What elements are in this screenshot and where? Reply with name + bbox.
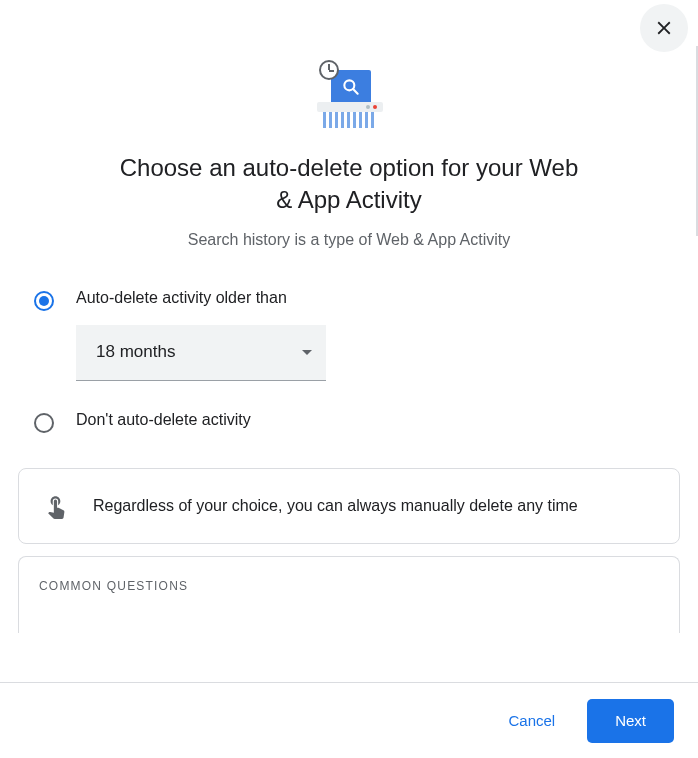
dialog-title: Choose an auto-delete option for your We… — [109, 152, 589, 217]
shredder-illustration — [313, 60, 385, 132]
dialog-subtitle: Search history is a type of Web & App Ac… — [18, 231, 680, 249]
radio-dont-delete[interactable] — [34, 413, 54, 433]
clock-icon — [319, 60, 339, 80]
touch-icon — [43, 493, 69, 519]
duration-value: 18 months — [96, 342, 175, 362]
auto-delete-dialog: Choose an auto-delete option for your We… — [0, 60, 698, 633]
info-card-text: Regardless of your choice, you can alway… — [93, 495, 578, 517]
chevron-down-icon — [302, 350, 312, 355]
close-icon — [653, 17, 675, 39]
info-card: Regardless of your choice, you can alway… — [18, 468, 680, 544]
magnifier-icon — [341, 77, 361, 97]
option-dont-delete-label: Don't auto-delete activity — [76, 411, 664, 429]
radio-auto-delete[interactable] — [34, 291, 54, 311]
next-button[interactable]: Next — [587, 699, 674, 743]
option-dont-delete[interactable]: Don't auto-delete activity — [34, 411, 664, 433]
svg-line-1 — [353, 89, 358, 94]
common-questions-header: COMMON QUESTIONS — [39, 579, 659, 593]
dialog-footer: Cancel Next — [0, 682, 698, 758]
common-questions-card: COMMON QUESTIONS — [18, 556, 680, 633]
close-button[interactable] — [640, 4, 688, 52]
option-auto-delete-label: Auto-delete activity older than — [76, 289, 664, 307]
dialog-header: Choose an auto-delete option for your We… — [18, 60, 680, 249]
options-group: Auto-delete activity older than 18 month… — [18, 289, 680, 433]
option-auto-delete[interactable]: Auto-delete activity older than 18 month… — [34, 289, 664, 381]
cancel-button[interactable]: Cancel — [500, 704, 563, 737]
duration-dropdown[interactable]: 18 months — [76, 325, 326, 381]
